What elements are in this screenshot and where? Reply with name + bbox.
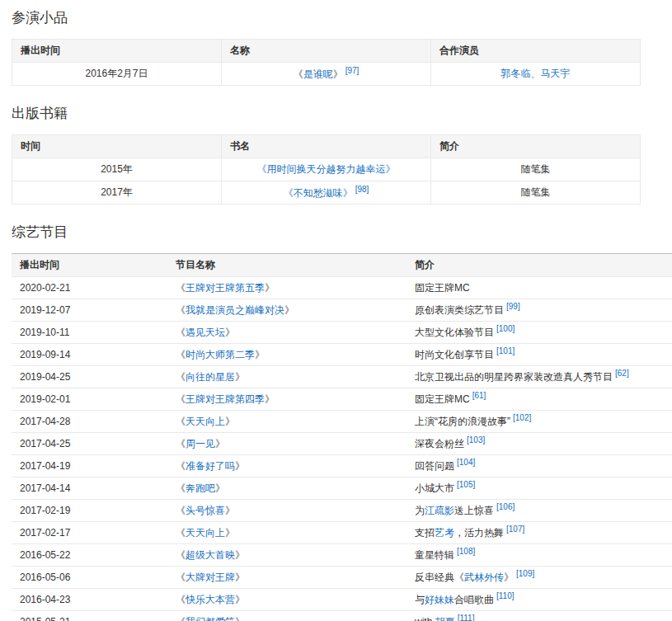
cell-name: 《向往的星居》 xyxy=(167,366,406,388)
cell-text: 《 xyxy=(176,438,186,449)
ref-link[interactable]: [98] xyxy=(355,185,369,194)
cell-text: 》 xyxy=(215,482,225,494)
cell-text: 深夜会粉丝 xyxy=(415,438,464,449)
cell-name: 《不知愁滋味》[98] xyxy=(222,181,431,205)
ref-link[interactable]: [108] xyxy=(457,547,475,556)
cell-text: 支招 xyxy=(415,527,435,539)
text-link[interactable]: 江疏影 xyxy=(425,505,454,516)
cell-text: 《 xyxy=(176,393,186,405)
table-row: 2016-05-06《大牌对王牌》反串经典《武林外传》[109] xyxy=(12,567,672,589)
text-link[interactable]: 王牌对王牌第四季 xyxy=(186,393,265,405)
text-link[interactable]: 《用时间换天分越努力越幸运》 xyxy=(257,163,396,175)
cell-text: 合唱歌曲 xyxy=(454,594,494,605)
ref-link[interactable]: [102] xyxy=(513,413,531,422)
cell-time: 2016-05-06 xyxy=(12,567,167,589)
cell-text: ，活力热舞 xyxy=(454,527,504,539)
cell-text: 》 xyxy=(225,527,235,539)
cell-time: 2017-04-14 xyxy=(12,478,167,500)
text-link[interactable]: 快乐大本营 xyxy=(186,594,235,605)
cell-text: 2019-04-25 xyxy=(20,371,70,383)
cell-name: 《我就是演员之巅峰对决》 xyxy=(167,299,406,322)
text-link[interactable]: 艺考 xyxy=(435,527,454,539)
cell-desc: 支招艺考，活力热舞[107] xyxy=(406,522,672,544)
cell-text: 《 xyxy=(176,349,186,360)
text-link[interactable]: 周一见 xyxy=(186,438,215,449)
text-link[interactable]: 天天向上 xyxy=(186,416,225,427)
text-link[interactable]: 郭冬临 xyxy=(501,68,531,79)
text-link[interactable]: 时尚大师第二季 xyxy=(186,349,255,360)
ref-link[interactable]: [111] xyxy=(458,614,475,621)
text-link[interactable]: 、 xyxy=(531,68,541,79)
cell-text: 回答问题 xyxy=(415,460,454,472)
ref-link[interactable]: [109] xyxy=(516,569,534,578)
text-link[interactable]: 向往的星居 xyxy=(186,371,235,383)
cell-text: 《 xyxy=(176,616,186,621)
cell-desc: 深夜会粉丝[103] xyxy=(406,433,672,455)
cell-text: 2017年 xyxy=(101,186,133,198)
cell-text: 时尚文化创享节目 xyxy=(415,349,494,360)
text-link[interactable]: 奔跑吧 xyxy=(186,482,215,494)
text-link[interactable]: 天天向上 xyxy=(186,527,225,539)
ref-link[interactable]: [103] xyxy=(467,435,485,445)
cell-name: 《王牌对王牌第五季》 xyxy=(167,277,406,299)
ref-link[interactable]: [110] xyxy=(496,591,515,600)
cell-text: 《 xyxy=(176,304,186,316)
cell-time: 2017-02-19 xyxy=(12,500,167,522)
text-link[interactable]: 我就是演员之巅峰对决 xyxy=(186,304,284,316)
cell-name: 《超级大首映》 xyxy=(167,544,406,567)
cell-name: 《快乐大本营》 xyxy=(167,589,406,611)
cell-time: 2017-04-25 xyxy=(12,433,167,455)
cell-text: 》 xyxy=(235,572,245,583)
text-link[interactable]: 准备好了吗 xyxy=(186,460,235,472)
ref-link[interactable]: [106] xyxy=(496,502,515,511)
section-variety-shows: 综艺节目 播出时间节目名称简介2020-02-21《王牌对王牌第五季》固定王牌M… xyxy=(12,223,672,621)
column-header: 节目名称 xyxy=(167,254,406,277)
cell-text: 2019-02-01 xyxy=(20,393,70,405)
ref-link[interactable]: [97] xyxy=(345,66,359,75)
ref-link[interactable]: [100] xyxy=(496,324,515,333)
ref-link[interactable]: [107] xyxy=(506,525,524,534)
cell-time: 2020-02-21 xyxy=(12,277,167,299)
table-row: 2015年《用时间换天分越努力越幸运》随笔集 xyxy=(12,158,641,181)
text-link[interactable]: 遇见天坛 xyxy=(186,327,225,338)
cell-text: 原创表演类综艺节目 xyxy=(415,304,504,316)
ref-link[interactable]: [62] xyxy=(615,369,629,378)
cell-text: 2017-04-19 xyxy=(20,460,70,472)
text-link[interactable]: 超级大首映 xyxy=(186,549,235,561)
text-link[interactable]: 头号惊喜 xyxy=(186,505,225,516)
text-link[interactable]: 王牌对王牌第五季 xyxy=(186,282,265,294)
ref-link[interactable]: [104] xyxy=(457,458,475,467)
cell-text: 与 xyxy=(415,594,425,605)
column-header: 合作演员 xyxy=(431,40,641,63)
cell-text: 《 xyxy=(294,68,303,80)
cell-name: 《准备好了吗》 xyxy=(167,455,406,478)
cell-desc: 郭冬临、马天宇 xyxy=(431,63,641,86)
cell-desc: 童星特辑[108] xyxy=(406,544,672,567)
ref-link[interactable]: [105] xyxy=(457,480,475,489)
cell-name: 《我们都爱笑》 xyxy=(167,611,406,621)
column-header: 播出时间 xyxy=(12,40,222,63)
table-row: 2020-02-21《王牌对王牌第五季》固定王牌MC xyxy=(12,277,672,299)
table-row: 2019-09-14《时尚大师第二季》时尚文化创享节目[101] xyxy=(12,344,672,366)
text-link[interactable]: 我们都爱笑 xyxy=(186,616,235,621)
text-link[interactable]: 马天宇 xyxy=(541,68,571,79)
ref-link[interactable]: [101] xyxy=(496,346,515,355)
cell-text: 》 xyxy=(235,460,245,472)
section-title: 出版书籍 xyxy=(12,104,672,123)
text-link[interactable]: 好妹妹 xyxy=(425,594,454,605)
column-header: 书名 xyxy=(222,135,431,158)
text-link[interactable]: 武林外传 xyxy=(464,572,504,583)
cell-text: 2020-02-21 xyxy=(20,282,70,294)
cell-desc: 上演“花房的浪漫故事”[102] xyxy=(406,411,672,433)
cell-time: 2016-05-22 xyxy=(12,544,167,567)
text-link[interactable]: 胡夏 xyxy=(435,616,455,621)
cell-text: 送上惊喜 xyxy=(454,505,494,516)
cell-text: 《 xyxy=(176,460,186,472)
cell-text: 固定王牌MC xyxy=(415,393,470,405)
ref-link[interactable]: [99] xyxy=(506,302,520,311)
text-link[interactable]: 是谁呢 xyxy=(303,68,333,80)
header-row: 播出时间名称合作演员 xyxy=(12,40,641,63)
text-link[interactable]: 《不知愁滋味》 xyxy=(284,187,353,199)
text-link[interactable]: 大牌对王牌 xyxy=(186,572,235,583)
ref-link[interactable]: [61] xyxy=(472,391,486,400)
